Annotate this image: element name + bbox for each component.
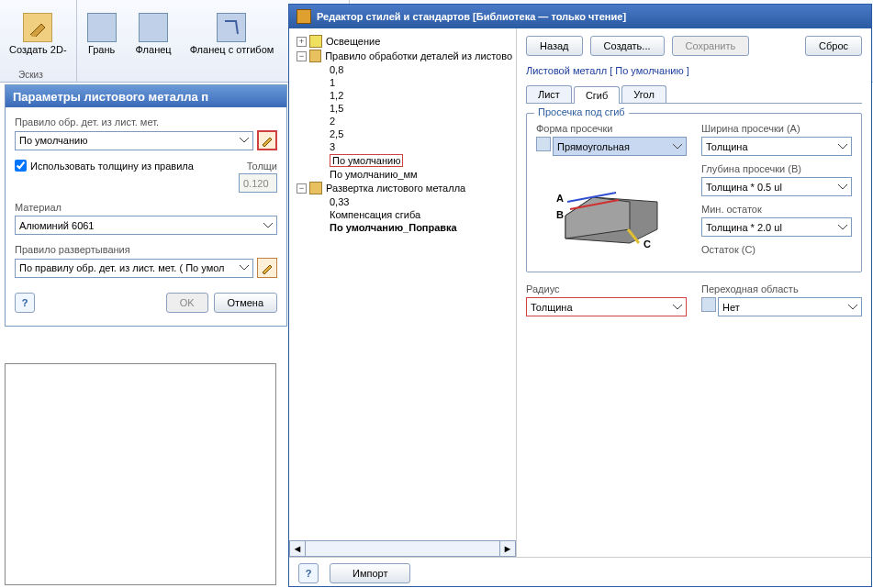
- params-title: Параметры листового металла п: [6, 85, 286, 107]
- cancel-button[interactable]: Отмена: [214, 293, 277, 313]
- save-button[interactable]: Сохранить: [672, 36, 750, 56]
- depth-select[interactable]: Толщина * 0.5 ul: [701, 177, 852, 196]
- scroll-track[interactable]: [306, 540, 499, 557]
- tree-item[interactable]: 0,8: [293, 63, 512, 76]
- tab-corner[interactable]: Угол: [621, 85, 666, 103]
- trans-label: Переходная область: [701, 283, 862, 294]
- help-button[interactable]: ?: [298, 563, 319, 583]
- style-editor-title: Редактор стилей и стандартов [Библиотека…: [289, 5, 871, 28]
- pencil-icon: [261, 261, 274, 274]
- edit-rule-button[interactable]: [257, 130, 277, 150]
- tree-item-default-mm[interactable]: По умолчанию_мм: [293, 168, 512, 181]
- folder-icon: [309, 182, 322, 194]
- tree-item[interactable]: 1: [293, 76, 512, 89]
- tree-item[interactable]: 1,2: [293, 89, 512, 102]
- tab-bend[interactable]: Сгиб: [574, 86, 620, 104]
- app-icon: [297, 9, 311, 24]
- shape-icon: [536, 137, 551, 151]
- rule-select[interactable]: По умолчанию: [15, 131, 253, 150]
- trans-icon: [701, 297, 716, 312]
- folder-icon: [309, 50, 322, 62]
- canvas-area: [5, 363, 276, 585]
- scroll-right-button[interactable]: ►: [499, 540, 516, 557]
- radius-label: Радиус: [526, 283, 687, 294]
- create-button[interactable]: Создать...: [590, 36, 665, 56]
- reset-button[interactable]: Сброс: [805, 36, 862, 56]
- ribbon-group-sketch: Эскиз: [18, 70, 43, 80]
- material-select[interactable]: Алюминий 6061: [15, 216, 277, 235]
- flange-icon: [139, 13, 168, 42]
- ribbon-create2d[interactable]: Создать 2D-: [2, 4, 74, 65]
- tree-item[interactable]: 2,5: [293, 128, 512, 140]
- ribbon-flange[interactable]: Фланец: [129, 4, 179, 65]
- radius-select[interactable]: Толщина: [526, 297, 687, 316]
- use-thickness-label: Использовать толщину из правила: [30, 161, 194, 172]
- help-button[interactable]: ?: [15, 293, 35, 313]
- svg-text:B: B: [556, 209, 564, 220]
- bend-preview: A B C: [547, 165, 676, 252]
- edit-unfold-button[interactable]: [257, 258, 277, 278]
- tree-item-default[interactable]: По умолчанию: [293, 153, 512, 168]
- tabs: Лист Сгиб Угол: [526, 85, 862, 104]
- style-bottom-bar: ? Импорт: [289, 557, 871, 588]
- tree-item-correction[interactable]: По умолчанию_Поправка: [293, 221, 512, 234]
- tree-item[interactable]: 3: [293, 140, 512, 153]
- import-button[interactable]: Импорт: [330, 563, 410, 583]
- svg-text:C: C: [644, 239, 651, 250]
- back-button[interactable]: Назад: [526, 36, 583, 56]
- material-label: Материал: [15, 202, 277, 213]
- breadcrumb[interactable]: Листовой металл [ По умолчанию ]: [526, 65, 862, 76]
- style-form-panel: Назад Создать... Сохранить Сброс Листово…: [517, 28, 871, 557]
- tree-item[interactable]: 0,33: [293, 195, 512, 208]
- style-tree-panel: +Освещение −Правило обработки деталей из…: [289, 28, 517, 557]
- sketch-icon: [23, 13, 52, 42]
- ribbon-flange-bend[interactable]: Фланец с отгибом: [183, 4, 282, 65]
- shape-label: Форма просечки: [536, 123, 687, 134]
- relief-fieldset: Просечка под сгиб Форма просечки Прямоуг…: [526, 113, 862, 272]
- params-dialog: Параметры листового металла п Правило об…: [5, 84, 287, 327]
- flange-bend-icon: [217, 13, 246, 42]
- svg-text:A: A: [556, 193, 564, 204]
- width-label: Ширина просечки (A): [701, 123, 852, 134]
- thickness-input: [239, 173, 277, 193]
- scroll-left-button[interactable]: ◄: [289, 540, 306, 557]
- tab-sheet[interactable]: Лист: [526, 85, 572, 103]
- remain-label: Остаток (C): [701, 244, 852, 255]
- tree-lighting[interactable]: +Освещение: [293, 34, 512, 49]
- ribbon-face[interactable]: Грань: [79, 4, 125, 65]
- tree-item[interactable]: Компенсация сгиба: [293, 208, 512, 221]
- tree-item[interactable]: 2: [293, 115, 512, 128]
- pencil-icon: [261, 134, 274, 147]
- style-editor-dialog: Редактор стилей и стандартов [Библиотека…: [288, 4, 872, 587]
- unfold-label: Правило развертывания: [15, 244, 277, 255]
- depth-label: Глубина просечки (B): [701, 163, 852, 174]
- ok-button[interactable]: OK: [166, 293, 208, 313]
- min-select[interactable]: Толщина * 2.0 ul: [701, 217, 852, 237]
- tree-item[interactable]: 1,5: [293, 102, 512, 115]
- unfold-select[interactable]: По правилу обр. дет. из лист. мет. ( По …: [15, 259, 253, 278]
- light-icon: [309, 35, 322, 48]
- use-thickness-checkbox[interactable]: [15, 160, 27, 172]
- fieldset-title: Просечка под сгиб: [534, 106, 629, 117]
- face-icon: [87, 13, 117, 42]
- tree-scrollbar[interactable]: ◄ ►: [289, 540, 516, 557]
- min-label: Мин. остаток: [701, 204, 852, 215]
- rule-label: Правило обр. дет. из лист. мет.: [15, 116, 277, 128]
- shape-select[interactable]: Прямоугольная: [553, 137, 687, 156]
- width-select[interactable]: Толщина: [701, 137, 852, 156]
- thickness-label: Толщи: [247, 161, 277, 172]
- tree-unfold[interactable]: −Развертка листового металла: [293, 181, 512, 195]
- tree-sheetmetal-rule[interactable]: −Правило обработки деталей из листово: [293, 49, 512, 63]
- trans-select[interactable]: Нет: [718, 297, 862, 316]
